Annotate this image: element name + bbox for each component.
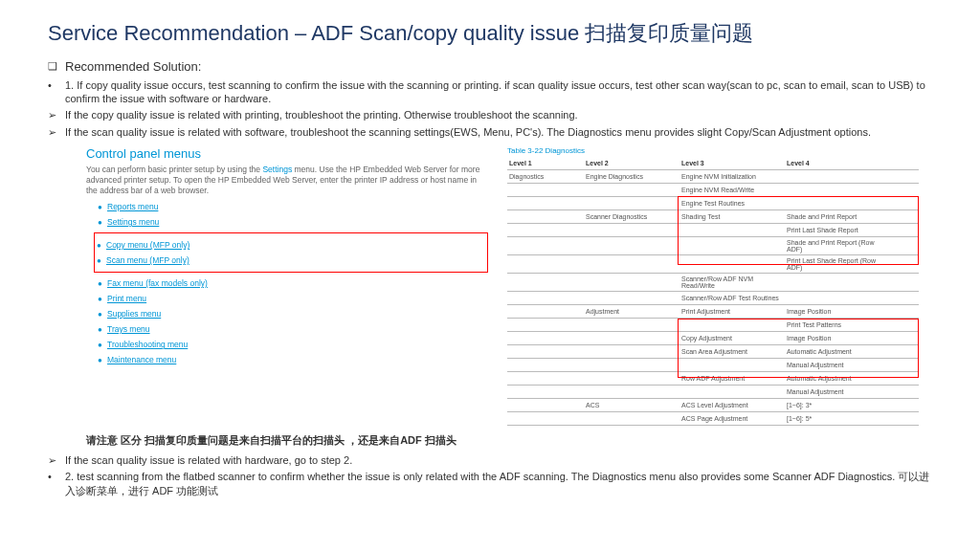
control-panel-figure: Control panel menus You can perform basi… [86,146,488,370]
menu-supplies: Supplies menu [107,309,161,319]
diag-row: Print Test Patterns [507,319,919,332]
diag-row: Row ADF AdjustmentAutomatic Adjustment [507,372,919,386]
bullet-software: ➢ If the scan quality issue is related w… [48,125,932,139]
diag-row: Manual Adjustment [507,359,919,372]
diag-row: Engine NVM Read/Write [507,184,919,197]
menu-trays: Trays menu [107,324,150,334]
diag-row: Copy AdjustmentImage Position [507,332,919,345]
diag-row: Scanner/Row ADF NVM Read/Write [507,274,919,292]
panel-description: You can perform basic printer setup by u… [86,165,488,196]
diag-row: Scanner/Row ADF Test Routines [507,292,919,305]
diag-header-row: Level 1Level 2Level 3Level 4 [507,157,919,170]
bullet-step1: • 1. If copy quality issue occurs, test … [48,78,932,106]
bullet-hardware: ➢ If the scan quality issue is related w… [48,453,932,467]
note-chinese: 请注意 区分 扫描复印质量问题是来自扫描平台的扫描头 ，还是来自ADF 扫描头 [86,433,932,448]
diagnostics-table: Table 3-22 Diagnostics Level 1Level 2Lev… [507,146,919,426]
diag-row: Scanner DiagnosticsShading TestShade and… [507,210,919,224]
diag-row: AdjustmentPrint AdjustmentImage Position [507,305,919,319]
recommended-solution-header: ❑ Recommended Solution: [48,59,932,76]
figures-area: Control panel menus You can perform basi… [86,146,932,426]
diag-row: Scan Area AdjustmentAutomatic Adjustment [507,345,919,359]
menu-list: ●Reports menu ●Settings menu ●Copy menu … [98,202,488,364]
highlight-box-menus: ●Copy menu (MFP only) ●Scan menu (MFP on… [94,232,488,273]
diag-row: Print Last Shade Report [507,224,919,237]
diag-row: Print Last Shade Report (Row ADF) [507,255,919,274]
diag-row: Manual Adjustment [507,386,919,399]
menu-fax: Fax menu (fax models only) [107,278,208,288]
menu-scan: Scan menu (MFP only) [106,255,189,265]
panel-title: Control panel menus [86,146,488,161]
page-title: Service Recommendation – ADF Scan/copy q… [48,19,932,48]
diag-row: DiagnosticsEngine DiagnosticsEngine NVM … [507,170,919,184]
bullet-printing: ➢ If the copy quality issue is related w… [48,108,932,121]
diag-row: Engine Test Routines [507,197,919,210]
diag-row: Shade and Print Report (Row ADF) [507,237,919,255]
menu-maintenance: Maintenance menu [107,355,176,364]
diag-row: ACS Page Adjustment[1~6]: 5* [507,412,919,426]
menu-print: Print menu [107,294,146,303]
menu-troubleshooting: Troubleshooting menu [107,340,188,349]
menu-settings: Settings menu [107,217,159,227]
diag-caption: Table 3-22 Diagnostics [507,146,919,155]
bullet-step2: • 2. test scanning from the flatbed scan… [48,470,932,497]
menu-copy: Copy menu (MFP only) [106,240,189,250]
diag-row: ACSACS Level Adjustment[1~6]: 3* [507,399,919,412]
menu-reports: Reports menu [107,202,158,211]
